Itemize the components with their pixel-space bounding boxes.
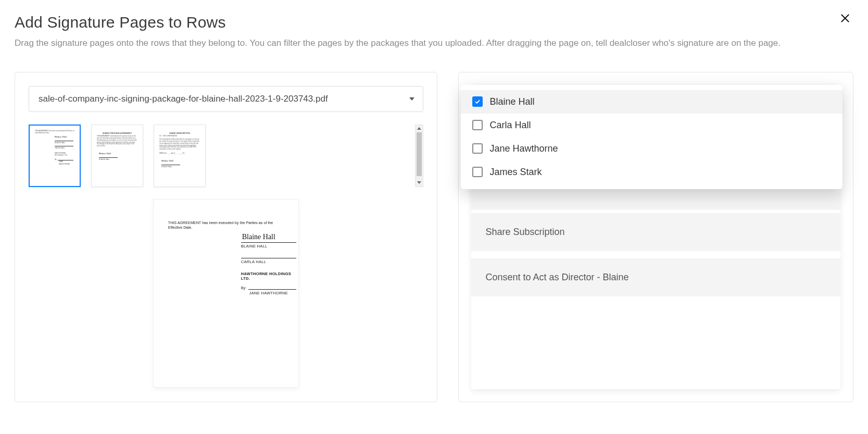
- signer-option-james-stark[interactable]: James Stark: [461, 160, 843, 184]
- checkbox-empty-icon: [472, 143, 483, 154]
- target-rows-panel: Blaine Hall Carla Hall Jane Hawthorne Ja…: [458, 72, 854, 402]
- scroll-down-arrow-icon[interactable]: [416, 179, 423, 187]
- chevron-down-icon: [409, 97, 414, 101]
- page-thumbnail-1[interactable]: THIS AGREEMENT has been executed by the …: [29, 125, 81, 187]
- document-row-share-subscription[interactable]: Share Subscription: [471, 213, 841, 251]
- signer-name: Jane Hawthorne: [490, 143, 558, 154]
- document-row[interactable]: [471, 189, 841, 210]
- rows-card: Blaine Hall Carla Hall Jane Hawthorne Ja…: [471, 85, 841, 389]
- document-row-consent-director[interactable]: Consent to Act as Director - Blaine: [471, 258, 841, 296]
- signer-name: James Stark: [490, 167, 542, 178]
- close-icon: [840, 13, 850, 25]
- close-button[interactable]: [838, 11, 852, 26]
- package-filter-value: sale-of-company-inc-signing-package-for-…: [39, 94, 328, 104]
- package-filter-dropdown[interactable]: sale-of-company-inc-signing-package-for-…: [29, 86, 423, 112]
- thumbnails-scrollbar[interactable]: [415, 125, 423, 187]
- checkbox-checked-icon: [472, 96, 483, 107]
- source-pages-panel: sale-of-company-inc-signing-package-for-…: [15, 72, 437, 402]
- checkbox-empty-icon: [472, 120, 483, 130]
- scroll-track[interactable]: [417, 132, 422, 179]
- preview-by-label: By:: [241, 286, 248, 290]
- page-title: Add Signature Pages to Rows: [15, 14, 853, 31]
- preview-signature-block: Blaine Hall BLAINE HALL CARLA HALL HAWTH…: [241, 233, 296, 295]
- preview-signature-cursive: Blaine Hall: [241, 233, 296, 241]
- page-subtitle: Drag the signature pages onto the rows t…: [15, 36, 827, 50]
- thumbnails-row: THIS AGREEMENT has been executed by the …: [29, 125, 423, 187]
- preview-agreement-text: THIS AGREEMENT has been executed by the …: [168, 220, 284, 230]
- thumbnails: THIS AGREEMENT has been executed by the …: [29, 125, 405, 187]
- page-thumbnail-2[interactable]: SHARE PURCHASE AGREEMENT THIS AGREEMENT …: [91, 125, 143, 187]
- page-thumbnail-3[interactable]: SHARE SUBSCRIPTION TO: THE CORPORATION T…: [154, 125, 206, 187]
- header: Add Signature Pages to Rows Drag the sig…: [0, 0, 868, 55]
- preview-label-hawthorne: HAWTHORNE HOLDINGS LTD.: [241, 271, 296, 281]
- preview-label-blaine: BLAINE HALL: [241, 244, 296, 249]
- signer-option-jane-hawthorne[interactable]: Jane Hawthorne: [461, 137, 843, 160]
- content-area: sale-of-company-inc-signing-package-for-…: [0, 55, 868, 417]
- document-title: Consent to Act as Director - Blaine: [486, 272, 629, 282]
- page-preview[interactable]: THIS AGREEMENT has been executed by the …: [154, 200, 298, 387]
- document-title: Share Subscription: [486, 227, 565, 237]
- signer-option-blaine-hall[interactable]: Blaine Hall: [461, 90, 843, 114]
- signer-name: Carla Hall: [490, 120, 531, 131]
- signer-option-carla-hall[interactable]: Carla Hall: [461, 114, 843, 137]
- signers-popover: Blaine Hall Carla Hall Jane Hawthorne Ja…: [461, 85, 843, 189]
- preview-label-carla: CARLA HALL: [241, 259, 296, 264]
- scroll-handle[interactable]: [417, 132, 422, 176]
- scroll-up-arrow-icon[interactable]: [416, 125, 423, 132]
- signer-name: Blaine Hall: [490, 96, 535, 107]
- preview-label-jane: JANE HAWTHORNE: [241, 291, 296, 295]
- checkbox-empty-icon: [472, 167, 483, 177]
